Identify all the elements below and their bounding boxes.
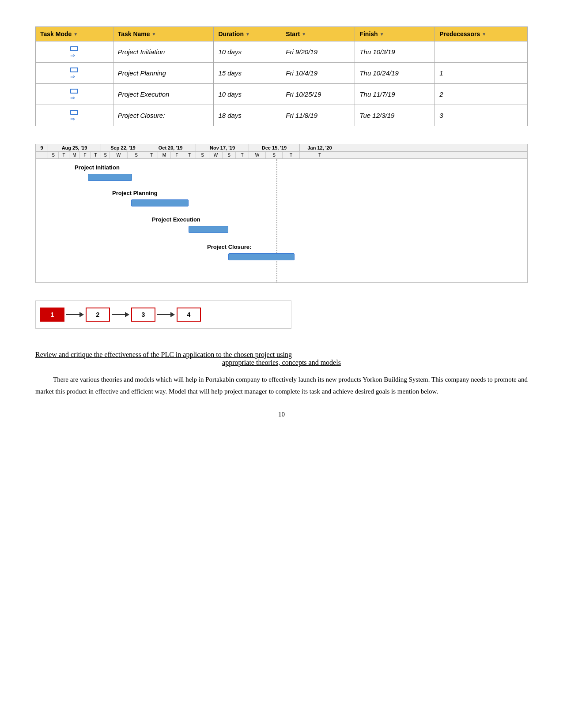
day-s2: S xyxy=(128,152,145,158)
task-name-cell: Project Execution xyxy=(113,84,214,105)
finish-cell: Thu 10/3/19 xyxy=(355,41,435,63)
gantt-bar-4 xyxy=(228,253,295,260)
page-number: 10 xyxy=(35,411,528,418)
predecessors-cell: 1 xyxy=(435,63,528,84)
arrow-head xyxy=(79,312,84,317)
day-t6: T xyxy=(283,152,300,158)
task-label-1: Project Initiation xyxy=(75,164,120,171)
day-t2: T xyxy=(91,152,101,158)
col-header-start: Start ▼ xyxy=(281,27,355,41)
day-w3: W xyxy=(249,152,266,158)
period-oct: Oct 20, '19 xyxy=(145,144,196,151)
col-header-task-name: Task Name ▼ xyxy=(113,27,214,41)
gantt-row-3: Project Execution xyxy=(48,215,527,237)
day-t: T xyxy=(59,152,69,158)
sort-icon: ▼ xyxy=(73,32,78,37)
task-label-2: Project Planning xyxy=(112,190,158,196)
task-name-cell: Project Closure: xyxy=(113,105,214,126)
col-header-task-mode: Task Mode ▼ xyxy=(36,27,113,41)
gantt-bar-2 xyxy=(131,199,189,206)
day-t5: T xyxy=(236,152,249,158)
period-sep: Sep 22, '19 xyxy=(101,144,145,151)
gantt-row-4: Project Closure: xyxy=(48,243,527,265)
period-dec: Dec 15, '19 xyxy=(249,144,300,151)
gantt-header-periods: 9 Aug 25, '19 Sep 22, '19 Oct 20, '19 No… xyxy=(36,144,527,152)
col-header-predecessors: Predecessors ▼ xyxy=(435,27,528,41)
day-s: S xyxy=(48,152,59,158)
finish-cell: Tue 12/3/19 xyxy=(355,105,435,126)
wf-arrow-3 xyxy=(157,312,175,317)
table-row: ⇒ Project Execution10 daysFri 10/25/19Th… xyxy=(36,84,528,105)
period-jan: Jan 12, '20 xyxy=(300,144,340,151)
day-w2: W xyxy=(209,152,223,158)
gantt-row-2: Project Planning xyxy=(48,189,527,211)
duration-cell: 18 days xyxy=(214,105,281,126)
workflow-diagram: 1 2 3 4 xyxy=(35,300,291,329)
wf-box-1: 1 xyxy=(40,308,64,322)
predecessors-cell xyxy=(435,41,528,63)
gantt-body: Project Initiation Project Planning Proj… xyxy=(36,159,527,282)
section-heading: Review and critique the effectiveness of… xyxy=(35,351,528,367)
day-m2: M xyxy=(158,152,171,158)
task-mode-cell: ⇒ xyxy=(36,84,113,105)
day-m: M xyxy=(69,152,80,158)
day-t3: T xyxy=(145,152,158,158)
gantt-header-days: S T M F T S W S T M F T S W S T W S T T xyxy=(36,152,527,159)
task-mode-cell: ⇒ xyxy=(36,63,113,84)
day-s3: S xyxy=(196,152,209,158)
sort-icon: ▼ xyxy=(482,32,486,37)
day-t4: T xyxy=(183,152,196,158)
day-s: S xyxy=(101,152,110,158)
task-label-3: Project Execution xyxy=(152,216,200,223)
text-section: Review and critique the effectiveness of… xyxy=(35,351,528,398)
period-nov: Nov 17, '19 xyxy=(196,144,249,151)
task-mode-cell: ⇒ xyxy=(36,41,113,63)
table-row: ⇒ Project Closure:18 daysFri 11/8/19Tue … xyxy=(36,105,528,126)
day-f: F xyxy=(80,152,91,158)
period-aug: Aug 25, '19 xyxy=(48,144,101,151)
body-paragraph: There are various theories and models wh… xyxy=(35,374,528,398)
col-header-finish: Finish ▼ xyxy=(355,27,435,41)
table-row: ⇒ Project Initiation10 daysFri 9/20/19Th… xyxy=(36,41,528,63)
sort-icon: ▼ xyxy=(302,32,306,37)
wf-box-2: 2 xyxy=(86,308,110,322)
workflow-section: 1 2 3 4 xyxy=(35,300,528,329)
duration-cell: 10 days xyxy=(214,84,281,105)
day-s4: S xyxy=(223,152,236,158)
arrow-head xyxy=(170,312,175,317)
gantt-bar-1 xyxy=(88,174,132,181)
gantt-bar-3 xyxy=(189,226,228,233)
predecessors-cell: 3 xyxy=(435,105,528,126)
duration-cell: 10 days xyxy=(214,41,281,63)
day-w: W xyxy=(110,152,128,158)
predecessors-cell: 2 xyxy=(435,84,528,105)
col-header-duration: Duration ▼ xyxy=(214,27,281,41)
start-cell: Fri 10/25/19 xyxy=(281,84,355,105)
arrow-line xyxy=(157,314,170,315)
day-f2: F xyxy=(171,152,183,158)
gantt-chart: 9 Aug 25, '19 Sep 22, '19 Oct 20, '19 No… xyxy=(35,144,528,283)
table-row: ⇒ Project Planning15 daysFri 10/4/19Thu … xyxy=(36,63,528,84)
day-s5: S xyxy=(266,152,283,158)
start-cell: Fri 11/8/19 xyxy=(281,105,355,126)
start-cell: Fri 9/20/19 xyxy=(281,41,355,63)
sort-icon: ▼ xyxy=(152,32,156,37)
sort-icon: ▼ xyxy=(246,32,250,37)
day-t7: T xyxy=(300,152,340,158)
finish-cell: Thu 11/7/19 xyxy=(355,84,435,105)
sort-icon: ▼ xyxy=(380,32,384,37)
finish-cell: Thu 10/24/19 xyxy=(355,63,435,84)
wf-box-4: 4 xyxy=(177,308,201,322)
wf-box-3: 3 xyxy=(131,308,155,322)
gantt-row-1: Project Initiation xyxy=(48,163,527,185)
task-name-cell: Project Initiation xyxy=(113,41,214,63)
wf-arrow-1 xyxy=(66,312,84,317)
gantt-row-num xyxy=(36,152,48,158)
task-mode-cell: ⇒ xyxy=(36,105,113,126)
arrow-line xyxy=(66,314,79,315)
project-table: Task Mode ▼ Task Name ▼ Duration ▼ Start xyxy=(35,26,528,126)
arrow-line xyxy=(112,314,125,315)
wf-arrow-2 xyxy=(112,312,129,317)
arrow-head xyxy=(125,312,129,317)
task-label-4: Project Closure: xyxy=(207,244,251,250)
